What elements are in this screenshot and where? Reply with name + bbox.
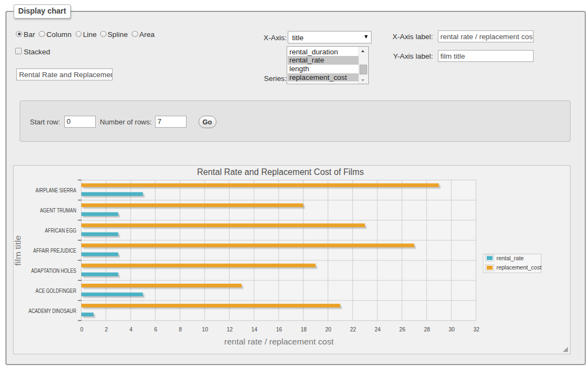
svg-text:30: 30 — [449, 327, 455, 333]
svg-text:AIRPLANE SIERRA: AIRPLANE SIERRA — [35, 187, 76, 193]
svg-text:6: 6 — [154, 327, 157, 333]
svg-text:rental rate / replacement cost: rental rate / replacement cost — [224, 337, 333, 346]
svg-text:4: 4 — [129, 327, 133, 333]
svg-text:12: 12 — [227, 327, 233, 333]
svg-text:ADAPTATION HOLES: ADAPTATION HOLES — [31, 268, 76, 274]
svg-text:32: 32 — [473, 327, 480, 333]
svg-text:Rental Rate and Replacement Co: Rental Rate and Replacement Cost of Film… — [197, 167, 364, 177]
svg-text:22: 22 — [350, 327, 356, 333]
svg-text:AFRICAN EGG: AFRICAN EGG — [45, 228, 77, 234]
svg-text:20: 20 — [325, 327, 332, 333]
svg-text:rental_rate: rental_rate — [497, 255, 524, 261]
svg-text:14: 14 — [251, 327, 258, 333]
svg-text:18: 18 — [301, 327, 307, 333]
svg-text:AFFAIR PREJUDICE: AFFAIR PREJUDICE — [33, 248, 76, 254]
svg-text:AGENT TRUMAN: AGENT TRUMAN — [40, 208, 77, 214]
svg-text:film title: film title — [14, 235, 22, 266]
svg-text:8: 8 — [179, 327, 182, 333]
svg-text:0: 0 — [80, 327, 83, 333]
svg-text:16: 16 — [276, 327, 282, 333]
svg-text:28: 28 — [424, 327, 430, 333]
svg-text:26: 26 — [399, 327, 406, 333]
svg-text:2: 2 — [105, 327, 108, 333]
svg-text:ACADEMY DINOSAUR: ACADEMY DINOSAUR — [28, 308, 76, 314]
svg-text:ACE GOLDFINGER: ACE GOLDFINGER — [35, 288, 76, 294]
svg-text:24: 24 — [375, 327, 381, 333]
svg-text:10: 10 — [202, 327, 208, 333]
svg-text:replacement_cost: replacement_cost — [497, 264, 542, 271]
